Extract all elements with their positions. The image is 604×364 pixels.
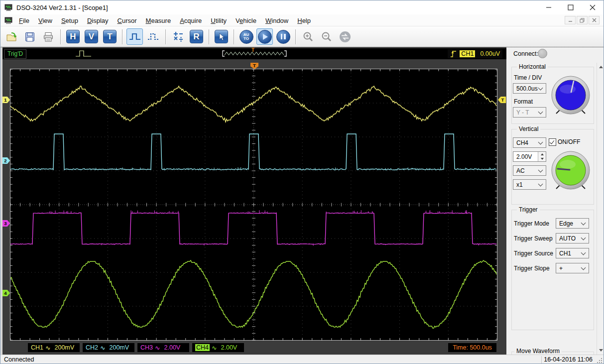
toolbar: H V T R AUTO xyxy=(0,26,604,47)
preview-trigger-marker: T xyxy=(251,47,254,53)
mdi-restore-button[interactable] xyxy=(577,16,588,24)
connection-status: Connected xyxy=(4,356,34,363)
channel-onoff-checkbox[interactable] xyxy=(549,138,556,146)
autoset-button[interactable]: AUTO xyxy=(238,28,254,45)
magnifier-minus-icon xyxy=(321,31,333,43)
trigger-source-badge: CH1 xyxy=(460,50,475,57)
trigger-mode-label: Trigger Mode xyxy=(514,220,549,227)
menu-acquire[interactable]: Acquire xyxy=(175,17,206,24)
pause-button[interactable] xyxy=(275,28,291,45)
pulse-dotted-icon xyxy=(147,31,160,43)
application-window: DSO-3204 Ver2.1.31 - [Scope1] FileViewSe… xyxy=(0,0,604,364)
horizontal-group: Horizontal Time / DIV 500.0us Format Y -… xyxy=(511,67,594,124)
print-button[interactable] xyxy=(40,28,56,45)
close-icon xyxy=(590,4,596,10)
horizontal-knob[interactable] xyxy=(550,74,592,118)
mdi-close-button[interactable] xyxy=(589,16,600,24)
trigger-mode-select[interactable]: Edge xyxy=(556,218,589,229)
menu-vehicle[interactable]: Vehicle xyxy=(231,17,261,24)
chevron-down-icon xyxy=(538,181,543,186)
waveform-dotted-mode-button[interactable] xyxy=(145,28,161,45)
titlebar: DSO-3204 Ver2.1.31 - [Scope1] xyxy=(0,0,604,14)
pause-icon xyxy=(276,30,290,44)
reference-button[interactable]: R xyxy=(188,28,205,45)
channel-label-ch3[interactable]: CH3∿2.00V xyxy=(137,343,189,352)
scroll-down-icon[interactable] xyxy=(597,346,604,355)
zoom-in-button[interactable] xyxy=(300,28,316,45)
resize-grip[interactable] xyxy=(597,358,602,363)
run-button[interactable] xyxy=(256,28,273,45)
trigger-sweep-select[interactable]: AUTO xyxy=(556,233,589,243)
mdi-minimize-button[interactable] xyxy=(565,16,576,24)
chevron-down-icon xyxy=(538,167,543,172)
horizontal-group-title: Horizontal xyxy=(517,63,548,70)
chevron-down-icon xyxy=(581,235,586,240)
t-button-label: T xyxy=(103,30,117,43)
stepper-up-icon[interactable] xyxy=(538,152,546,157)
menu-file[interactable]: File xyxy=(14,17,34,24)
toolbar-separator xyxy=(234,29,234,44)
onoff-label: ON/OFF xyxy=(558,138,580,145)
floppy-icon xyxy=(24,31,36,43)
app-icon xyxy=(4,3,12,11)
window-title: DSO-3204 Ver2.1.31 - [Scope1] xyxy=(16,4,108,11)
trigger-status-badge: Trig'D xyxy=(4,49,26,59)
coupling-select[interactable]: AC xyxy=(513,165,546,176)
menu-bar: FileViewSetupDisplayCursorMeasureAcquire… xyxy=(0,14,604,26)
refresh-button[interactable] xyxy=(337,28,353,45)
menu-utility[interactable]: Utility xyxy=(206,17,231,24)
menu-setup[interactable]: Setup xyxy=(57,17,83,24)
cursor-arrow-icon xyxy=(215,30,228,43)
zoom-out-button[interactable] xyxy=(318,28,335,45)
time-div-select[interactable]: 500.0us xyxy=(513,83,546,94)
trigger-source-label: Trigger Source xyxy=(514,250,553,257)
vertical-knob[interactable] xyxy=(550,149,592,193)
connect-indicator[interactable] xyxy=(538,49,547,58)
maximize-button[interactable] xyxy=(560,0,582,14)
channel-select[interactable]: CH4 xyxy=(513,137,546,148)
trigger-level-value: 0.00uV xyxy=(480,50,500,57)
pulse-preview-icon xyxy=(75,49,92,59)
open-button[interactable] xyxy=(3,28,19,45)
trigger-sweep-label: Trigger Sweep xyxy=(514,235,553,242)
menu-view[interactable]: View xyxy=(34,17,57,24)
panel-scrollbar[interactable] xyxy=(597,63,604,355)
channel-label-ch1[interactable]: CH1∿200mV xyxy=(28,343,80,352)
mdi-minimize-icon xyxy=(568,18,573,22)
time-div-label: Time / DIV xyxy=(514,74,542,81)
mdi-restore-icon xyxy=(580,18,585,23)
menu-measure[interactable]: Measure xyxy=(141,17,176,24)
connect-label: Connect: xyxy=(513,50,538,57)
waveform-mode-button[interactable] xyxy=(126,28,143,45)
math-button[interactable] xyxy=(170,28,186,45)
format-select[interactable]: Y - T xyxy=(513,107,546,118)
cursor-tool-button[interactable] xyxy=(213,28,230,45)
menu-display[interactable]: Display xyxy=(83,17,113,24)
scroll-up-icon[interactable] xyxy=(597,63,604,71)
h-button-label: H xyxy=(66,30,80,43)
volts-div-stepper[interactable]: 2.00V xyxy=(513,151,546,162)
trigger-slope-select[interactable]: + xyxy=(556,263,589,273)
close-button[interactable] xyxy=(582,0,604,14)
chevron-down-icon xyxy=(538,139,543,144)
vertical-group-title: Vertical xyxy=(517,125,540,132)
channel-label-ch2[interactable]: CH2∿200mV xyxy=(83,343,134,352)
menu-window[interactable]: Window xyxy=(261,17,293,24)
chevron-down-icon xyxy=(538,85,543,90)
vertical-setup-button[interactable]: V xyxy=(83,28,100,45)
stepper-down-icon[interactable] xyxy=(538,157,546,162)
channel-label-ch4[interactable]: CH4∿2.00V xyxy=(192,343,244,352)
auto-circle-icon: AUTO xyxy=(240,30,253,44)
minimize-button[interactable] xyxy=(538,0,560,14)
horizontal-setup-button[interactable]: H xyxy=(65,28,81,45)
save-button[interactable] xyxy=(21,28,38,45)
chevron-down-icon xyxy=(581,265,586,270)
vertical-group: Vertical CH4 ON/OFF 2.00V AC x1 xyxy=(511,129,594,205)
move-waveform-label: Move Waveform xyxy=(514,348,562,355)
trigger-source-select[interactable]: CH1 xyxy=(556,248,589,258)
menu-help[interactable]: Help xyxy=(293,17,315,24)
menu-cursor[interactable]: Cursor xyxy=(113,17,141,24)
trigger-group: Trigger Trigger Mode Edge Trigger Sweep … xyxy=(511,210,594,330)
probe-select[interactable]: x1 xyxy=(513,179,546,190)
trigger-setup-button[interactable]: T xyxy=(102,28,118,45)
